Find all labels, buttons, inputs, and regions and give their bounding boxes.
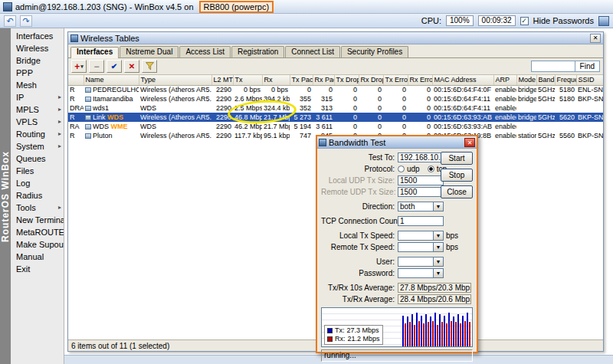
password-input[interactable] — [398, 268, 433, 278]
interface-icon — [85, 115, 91, 120]
cell-txpac: 5 273 — [290, 113, 313, 122]
column-header-type[interactable]: Type — [139, 75, 211, 85]
column-header-frequen[interactable]: Frequen... — [555, 75, 576, 85]
sidebar-item-ip[interactable]: IP▸ — [11, 91, 64, 103]
sidebar-item-radius[interactable]: Radius — [11, 189, 64, 202]
user-dropdown-icon[interactable]: ▼ — [433, 257, 444, 267]
local-tx-speed-input[interactable] — [398, 231, 433, 241]
column-header-rx-errors[interactable]: Rx Errors — [408, 75, 432, 85]
add-button[interactable]: +▾ — [71, 60, 87, 73]
column-header-name[interactable]: Name — [84, 75, 139, 85]
bandwidth-dialog-titlebar[interactable]: Bandwidth Test ✕ — [317, 136, 477, 149]
column-header-arp[interactable]: ARP — [493, 75, 516, 85]
close-button[interactable]: Close — [441, 185, 473, 198]
remote-udp-size-input[interactable] — [398, 187, 444, 197]
table-row[interactable]: RItamarandibaWireless (Atheros AR5...229… — [68, 94, 603, 103]
cell-txpac: 355 — [290, 94, 313, 103]
cell-flags: R — [68, 94, 84, 103]
column-header-tx-pac[interactable]: Tx Pac... — [290, 75, 313, 85]
sidebar-item-vpls[interactable]: VPLS▸ — [11, 116, 64, 128]
sidebar-item-mesh[interactable]: Mesh — [11, 79, 64, 91]
table-row[interactable]: RLink WDSWireless (Atheros AR5...229046.… — [68, 113, 603, 122]
cell-name: PEDREGULHO-CACA... — [84, 85, 139, 94]
tab-nstreme-dual[interactable]: Nstreme Dual — [120, 46, 179, 57]
cell-arp: enabled — [493, 131, 516, 140]
local-udp-size-input[interactable] — [398, 175, 444, 185]
bandwidth-dialog-close-button[interactable]: ✕ — [464, 138, 475, 147]
column-header-band[interactable]: Band — [536, 75, 555, 85]
direction-dropdown-icon[interactable]: ▼ — [433, 202, 444, 212]
router-board-highlight: RB800 (powerpc) — [199, 1, 274, 13]
column-header-l2-mtu[interactable]: L2 MTU — [211, 75, 233, 85]
tab-access-list[interactable]: Access List — [179, 46, 231, 57]
column-header-mac-address[interactable]: MAC Address — [432, 75, 493, 85]
sidebar-item-make-supout-rif[interactable]: Make Supout.rif — [11, 238, 64, 251]
sidebar-item-queues[interactable]: Queues — [11, 152, 64, 165]
find-button[interactable]: Find — [575, 61, 600, 72]
sidebar-item-tools[interactable]: Tools▸ — [11, 202, 64, 214]
cell-rx: 95.1 kbps — [262, 131, 290, 140]
column-header-ssid[interactable]: SSID — [576, 75, 603, 85]
wireless-window-titlebar[interactable]: Wireless Tables ✕ — [68, 32, 603, 44]
tab-security-profiles[interactable]: Security Profiles — [341, 46, 408, 57]
column-header-tx[interactable]: Tx — [233, 75, 262, 85]
disable-button[interactable]: ✕ — [124, 60, 139, 73]
column-header-mode[interactable]: Mode — [516, 75, 536, 85]
sidebar-item-bridge[interactable]: Bridge — [11, 54, 64, 67]
radio-tcp[interactable] — [428, 166, 434, 172]
interface-icon — [85, 133, 91, 139]
sidebar-item-metarouter[interactable]: MetaROUTER — [11, 226, 64, 238]
radio-udp[interactable] — [398, 166, 405, 172]
find-input[interactable] — [531, 61, 575, 72]
start-button[interactable]: Start — [441, 152, 473, 165]
wireless-window-close-button[interactable]: ✕ — [590, 34, 601, 43]
sidebar-item-system[interactable]: System▸ — [11, 140, 64, 152]
sidebar-item-ppp[interactable]: PPP — [11, 67, 64, 79]
tab-interfaces[interactable]: Interfaces — [70, 47, 119, 58]
undo-icon[interactable]: ↶ — [4, 15, 16, 27]
tab-registration[interactable]: Registration — [231, 46, 284, 57]
user-input[interactable] — [398, 257, 433, 267]
bandwidth-dialog-body: Start Stop Close Test To: Protocol: udp … — [317, 149, 477, 347]
stop-button[interactable]: Stop — [441, 169, 473, 182]
column-header-flags[interactable] — [68, 75, 84, 85]
filter-button[interactable] — [142, 60, 157, 73]
enable-button[interactable]: ✔ — [107, 60, 122, 73]
column-header-rx-pac[interactable]: Rx Pac... — [313, 75, 334, 85]
column-header-rx-drops[interactable]: Rx Drops — [359, 75, 383, 85]
sidebar-item-files[interactable]: Files — [11, 165, 64, 177]
sidebar-item-interfaces[interactable]: Interfaces — [11, 30, 64, 42]
column-header-tx-errors[interactable]: Tx Errors — [383, 75, 408, 85]
cell-rxdrops: 0 — [359, 85, 383, 94]
sidebar-item-mpls[interactable]: MPLS▸ — [11, 103, 64, 116]
sidebar-item-routing[interactable]: Routing▸ — [11, 128, 64, 140]
cell-band — [536, 103, 555, 113]
hide-passwords-checkbox[interactable]: ✓ — [520, 17, 529, 25]
tab-connect-list[interactable]: Connect List — [285, 46, 340, 57]
redo-icon[interactable]: ↷ — [20, 15, 32, 27]
password-dropdown-icon[interactable]: ▼ — [433, 268, 444, 278]
column-header-tx-drops[interactable]: Tx Drops — [334, 75, 359, 85]
sidebar-item-label: MetaROUTER — [16, 226, 64, 238]
sidebar-item-wireless[interactable]: Wireless — [11, 42, 64, 54]
table-row[interactable]: RAWDS WMEWDS229046.2 Mbps21.7 Mbps5 1943… — [68, 122, 603, 131]
remote-tx-speed-input[interactable] — [398, 242, 433, 252]
table-row[interactable]: DRAwds1WDS22902.5 Mbps324.4 kbps35231300… — [68, 103, 603, 113]
test-to-input[interactable] — [398, 152, 444, 162]
txrx-average-label: Tx/Rx Average: — [321, 295, 398, 303]
tcp-connection-count-input[interactable] — [398, 216, 444, 226]
local-tx-speed-dropdown-icon[interactable]: ▼ — [433, 231, 444, 241]
sidebar-item-label: MPLS — [16, 103, 39, 116]
graph-bar-rx — [460, 323, 461, 346]
remove-button[interactable]: − — [89, 60, 104, 73]
column-header-rx[interactable]: Rx — [262, 75, 290, 85]
sidebar-item-new-terminal[interactable]: New Terminal — [11, 214, 64, 226]
sidebar-item-manual[interactable]: Manual — [11, 251, 64, 263]
remote-tx-speed-dropdown-icon[interactable]: ▼ — [433, 242, 444, 252]
submenu-arrow-icon: ▸ — [58, 128, 61, 140]
graph-bar-tx — [439, 314, 441, 346]
sidebar-item-exit[interactable]: Exit — [11, 263, 64, 275]
sidebar-item-log[interactable]: Log — [11, 177, 64, 189]
table-row[interactable]: RPEDREGULHO-CACA...Wireless (Atheros AR5… — [68, 85, 603, 94]
direction-select[interactable] — [398, 202, 433, 212]
